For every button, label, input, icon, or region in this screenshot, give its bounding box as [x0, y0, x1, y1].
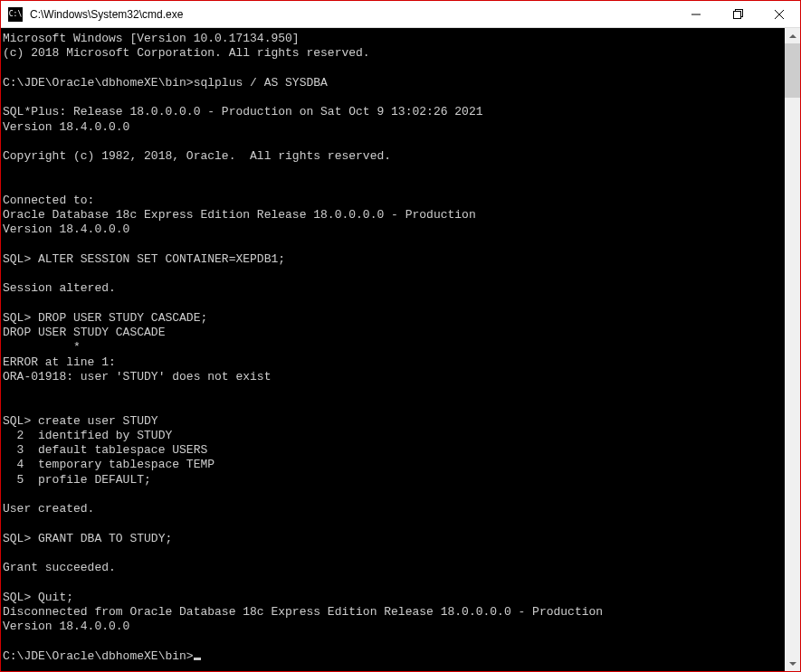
window-controls: [675, 1, 800, 27]
minimize-button[interactable]: [675, 1, 717, 27]
titlebar[interactable]: C:\ C:\Windows\System32\cmd.exe: [1, 1, 800, 28]
scroll-up-button[interactable]: [785, 28, 800, 43]
chevron-up-icon: [789, 34, 796, 38]
scroll-down-button[interactable]: [785, 656, 800, 671]
close-icon: [775, 10, 784, 19]
minimize-icon: [691, 10, 701, 19]
maximize-button[interactable]: [717, 1, 758, 27]
close-button[interactable]: [758, 1, 800, 27]
chevron-down-icon: [789, 662, 796, 666]
window-title: C:\Windows\System32\cmd.exe: [28, 8, 675, 21]
maximize-icon: [733, 9, 743, 19]
scrollbar[interactable]: [785, 28, 800, 671]
cmd-icon: C:\: [8, 7, 23, 22]
svg-marker-5: [789, 34, 796, 38]
svg-rect-2: [733, 12, 740, 19]
svg-marker-6: [789, 662, 796, 666]
terminal-output[interactable]: Microsoft Windows [Version 10.0.17134.95…: [1, 28, 785, 671]
cmd-icon-label: C:\: [9, 11, 22, 18]
scroll-thumb[interactable]: [785, 43, 800, 98]
cursor: [194, 658, 201, 660]
terminal-area: Microsoft Windows [Version 10.0.17134.95…: [1, 28, 800, 671]
